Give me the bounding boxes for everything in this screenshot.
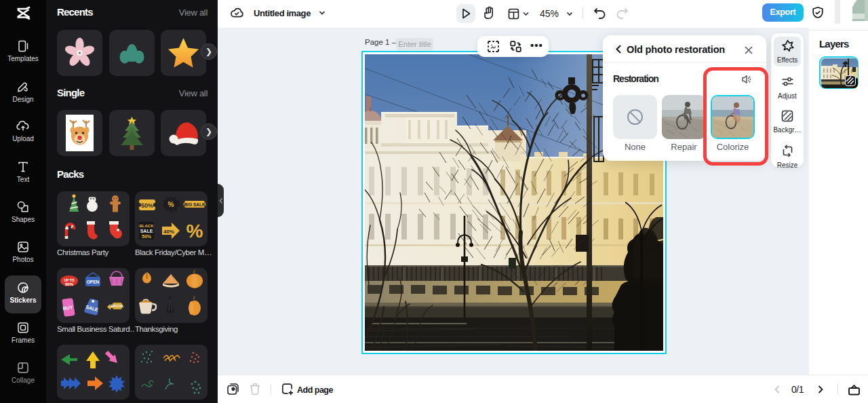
svg-text:%: % <box>186 220 203 242</box>
svg-text:80%: 80% <box>65 282 74 286</box>
svg-text:50%: 50% <box>142 234 152 239</box>
svg-text:OPEN: OPEN <box>87 280 100 284</box>
svg-text:40%: 40% <box>163 229 174 235</box>
svg-text:50%: 50% <box>141 202 153 209</box>
svg-text:BIG SALE: BIG SALE <box>184 202 205 207</box>
svg-text:SALE: SALE <box>140 229 153 233</box>
svg-text:%: % <box>168 201 174 208</box>
svg-text:BLACK: BLACK <box>140 224 155 228</box>
svg-text:SPECIAL: SPECIAL <box>111 305 124 308</box>
